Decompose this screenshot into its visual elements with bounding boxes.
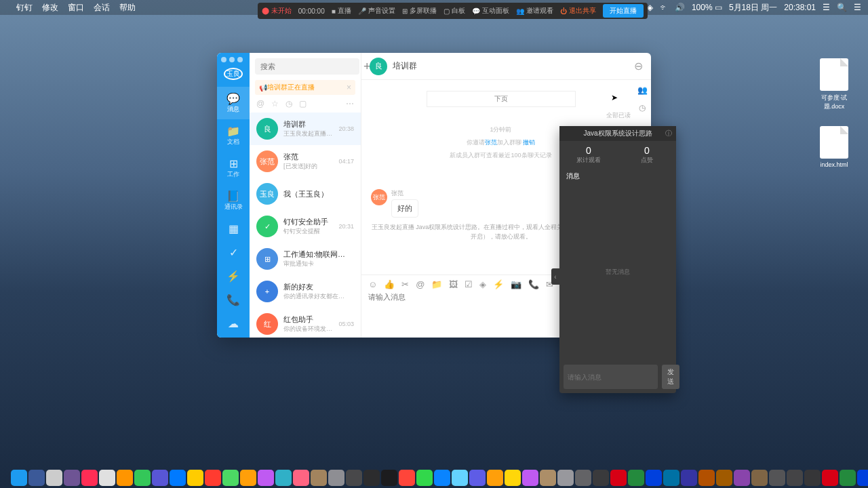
dock-app[interactable] — [28, 470, 45, 486]
dock-app[interactable] — [751, 470, 768, 486]
volume-icon[interactable]: 🔊 — [675, 3, 685, 12]
dock-app[interactable] — [769, 470, 785, 486]
dock-app[interactable] — [716, 470, 732, 486]
folder-icon[interactable]: 📁 — [431, 279, 442, 289]
conversation-item[interactable]: + 新的好友你的通讯录好友都在用... — [250, 275, 361, 308]
dock-app[interactable] — [187, 470, 203, 486]
dock-app[interactable] — [399, 470, 415, 486]
dock-app[interactable] — [434, 470, 450, 486]
close-icon[interactable]: × — [347, 83, 351, 92]
dock-app[interactable] — [681, 470, 697, 486]
dock-app[interactable] — [363, 470, 380, 486]
nav-work[interactable]: ⊞工作 — [217, 152, 250, 184]
nav-messages[interactable]: 💬消息 — [217, 87, 250, 119]
nav-flash[interactable]: ⚡ — [226, 264, 240, 288]
nav-docs[interactable]: 📁文档 — [217, 119, 250, 152]
dock-app[interactable] — [505, 470, 521, 486]
dock-app[interactable] — [469, 470, 486, 486]
live-audio[interactable]: 🎤 声音设置 — [358, 6, 395, 16]
live-interact[interactable]: 💬 互动面板 — [472, 6, 509, 16]
menu-help[interactable]: 帮助 — [119, 2, 136, 14]
dock-app[interactable] — [628, 470, 644, 486]
dock-app[interactable] — [698, 470, 715, 486]
camera-icon[interactable]: 📷 — [511, 279, 521, 289]
info-icon[interactable]: ⓘ — [665, 129, 672, 138]
message-avatar[interactable]: 张范 — [371, 189, 387, 205]
spotlight-icon[interactable]: 🔍 — [837, 3, 847, 12]
dock-app[interactable] — [822, 470, 838, 486]
tray-icon[interactable]: ◈ — [647, 3, 653, 12]
menu-app[interactable]: 钉钉 — [16, 2, 33, 14]
live-whiteboard[interactable]: ▢ 白板 — [443, 6, 465, 16]
live-invite[interactable]: 👥 邀请观看 — [516, 6, 553, 16]
dock-app[interactable] — [575, 470, 591, 486]
filter-more[interactable]: ⋯ — [346, 99, 354, 108]
dock-app[interactable] — [134, 470, 151, 486]
dock-app[interactable] — [152, 470, 168, 486]
nav-task[interactable]: ✓ — [226, 241, 240, 264]
dock-app[interactable] — [240, 470, 256, 486]
dock-app[interactable] — [857, 470, 868, 486]
menu-session[interactable]: 会话 — [94, 2, 110, 14]
scissors-icon[interactable]: ✂ — [401, 279, 409, 289]
dock-app[interactable] — [46, 470, 62, 486]
dock-app[interactable] — [328, 470, 344, 486]
dock-app[interactable] — [205, 470, 221, 486]
ding-icon[interactable]: ◈ — [479, 279, 486, 289]
chat-members-icon[interactable]: 👥 — [637, 85, 648, 95]
dock-app[interactable] — [64, 470, 80, 486]
dock-app[interactable] — [258, 470, 274, 486]
flash-icon[interactable]: ⚡ — [493, 279, 504, 289]
conversation-item[interactable]: 良 培训群王玉良发起直播：Java... 20:38 — [250, 113, 361, 145]
conversation-item[interactable]: ⊞ 工作通知:物联网开发审批通知卡 — [250, 243, 361, 275]
dock-app[interactable] — [11, 470, 27, 486]
load-more-button[interactable]: 下页 — [427, 91, 576, 107]
dock-app[interactable] — [117, 470, 133, 486]
dock-app[interactable] — [840, 470, 856, 486]
dock-app[interactable] — [99, 470, 115, 486]
dock-app[interactable] — [311, 470, 327, 486]
chat-history-icon[interactable]: ◷ — [639, 103, 646, 113]
dock-app[interactable] — [81, 470, 98, 486]
conversation-item[interactable]: 玉良 我（王玉良） — [250, 178, 361, 210]
emoji-icon[interactable]: ☺ — [368, 279, 377, 289]
live-send-button[interactable]: 发送 — [662, 365, 679, 389]
menu-edit[interactable]: 修改 — [42, 2, 58, 14]
dock-app[interactable] — [487, 470, 503, 486]
live-multiscreen[interactable]: ⊞ 多屏联播 — [402, 6, 437, 16]
nav-cloud[interactable]: ☁ — [226, 312, 240, 336]
search-input[interactable] — [255, 58, 359, 75]
wifi-icon[interactable]: ᯤ — [660, 3, 668, 12]
thumbs-icon[interactable]: 👍 — [384, 279, 395, 289]
conversation-item[interactable]: 张范 张范[已发送]好的 04:17 — [250, 145, 361, 178]
filter-star[interactable]: ☆ — [271, 99, 279, 108]
dock-app[interactable] — [787, 470, 803, 486]
nav-more[interactable]: ⋯ — [226, 336, 240, 338]
dock-app[interactable] — [381, 470, 397, 486]
dock-app[interactable] — [646, 470, 662, 486]
chat-more-icon[interactable]: ⊖ — [634, 60, 643, 73]
dock-app[interactable] — [540, 470, 556, 486]
user-avatar[interactable]: 玉良 — [224, 68, 243, 80]
filter-at[interactable]: @ — [256, 99, 264, 108]
nav-calendar[interactable]: ▦ — [226, 217, 240, 241]
filter-inbox[interactable]: ▢ — [299, 99, 307, 108]
nav-call[interactable]: 📞 — [226, 288, 240, 312]
dock-app[interactable] — [293, 470, 309, 486]
live-tab-messages[interactable]: 消息 — [559, 169, 676, 184]
dock-app[interactable] — [593, 470, 609, 486]
collapse-handle[interactable]: ‹ — [551, 268, 559, 285]
dock-app[interactable] — [734, 470, 750, 486]
nav-contacts[interactable]: 📘通讯录 — [217, 184, 250, 217]
live-banner[interactable]: 📢 培训群正在直播× — [255, 80, 355, 95]
filter-clock[interactable]: ◷ — [285, 99, 292, 108]
call-icon[interactable]: 📞 — [528, 279, 539, 289]
dock-app[interactable] — [346, 470, 362, 486]
dock-app[interactable] — [416, 470, 433, 486]
dock-app[interactable] — [663, 470, 679, 486]
dock-app[interactable] — [522, 470, 538, 486]
dock-app[interactable] — [804, 470, 821, 486]
live-broadcast[interactable]: ■ 直播 — [332, 6, 351, 16]
task-icon[interactable]: ☑ — [465, 279, 473, 289]
notification-icon[interactable]: ☰ — [854, 3, 861, 12]
